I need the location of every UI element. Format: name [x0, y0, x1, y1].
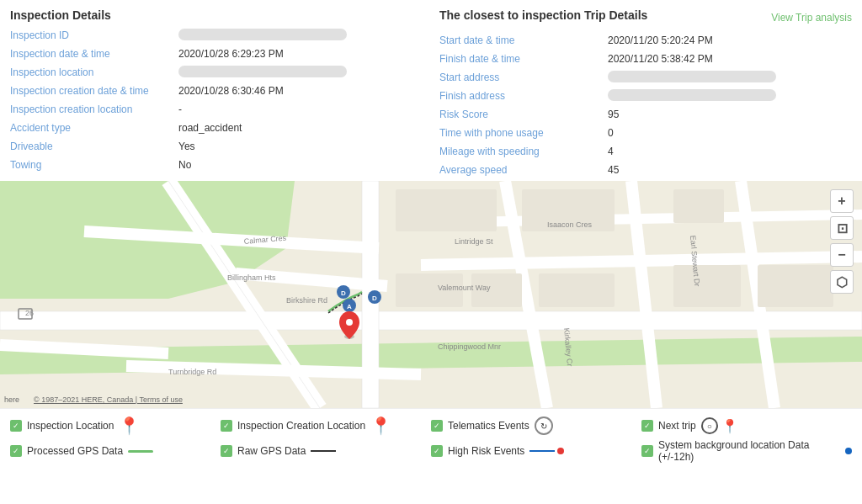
- legend-label: Inspection Creation Location: [237, 420, 365, 432]
- legend-label: Telematics Events: [448, 420, 529, 432]
- blue-dot-icon: [845, 448, 852, 454]
- field-label: Average speed: [439, 164, 608, 176]
- right-panel-title: The closest to inspection Trip Details: [439, 8, 647, 22]
- field-label: Time with phone usage: [439, 127, 608, 139]
- legend-checkbox[interactable]: ✓: [431, 445, 443, 457]
- field-label: Inspection creation location: [10, 103, 178, 115]
- field-value-bar: [608, 71, 776, 82]
- field-value: [178, 29, 423, 43]
- svg-point-43: [346, 319, 353, 326]
- field-value: Yes: [178, 141, 423, 152]
- map-controls[interactable]: + ⊡ − ⬡: [830, 189, 854, 294]
- svg-line-14: [421, 257, 862, 265]
- legend-item: ✓Inspection Creation Location📍: [221, 416, 431, 436]
- field-label: Inspection ID: [10, 29, 178, 41]
- legend-checkbox[interactable]: ✓: [641, 420, 653, 432]
- blue-pin-icon: 📍: [370, 416, 391, 436]
- zoom-out-button[interactable]: −: [830, 243, 854, 267]
- svg-text:Birkshire Rd: Birkshire Rd: [286, 296, 327, 305]
- legend-item: ✓Next trip○📍: [641, 416, 852, 436]
- field-value: 2020/10/28 6:30:46 PM: [178, 85, 423, 97]
- field-row: TowingNo: [10, 157, 423, 173]
- field-row: Start address: [439, 69, 852, 86]
- field-value-bar: [608, 89, 776, 101]
- svg-rect-21: [539, 273, 615, 307]
- trip-details-panel: The closest to inspection Trip Details V…: [439, 8, 852, 174]
- high-risk-icon: [529, 448, 564, 454]
- legend-checkbox[interactable]: ✓: [221, 445, 232, 457]
- legend-item: ✓Inspection Location📍: [10, 416, 221, 436]
- red-pin-icon: 📍: [119, 416, 140, 436]
- field-row: Inspection ID: [10, 27, 423, 44]
- field-label: Inspection location: [10, 66, 178, 78]
- legend-checkbox[interactable]: ✓: [10, 420, 22, 432]
- field-value-bar: [178, 66, 347, 77]
- map-terms[interactable]: © 1987–2021 HERE, Canada | Terms of use: [34, 395, 183, 404]
- field-row: DriveableYes: [10, 138, 423, 155]
- legend-checkbox[interactable]: ✓: [10, 445, 22, 457]
- svg-text:Valemount Way: Valemount Way: [438, 284, 491, 292]
- legend-label: High Risk Events: [448, 445, 524, 457]
- zoom-in-button[interactable]: +: [830, 189, 854, 213]
- svg-rect-16: [396, 189, 497, 231]
- field-value: 2020/10/28 6:29:23 PM: [178, 48, 423, 60]
- field-row: Inspection creation date & time2020/10/2…: [10, 82, 423, 99]
- layers-button[interactable]: ⬡: [830, 270, 854, 294]
- map-container[interactable]: Calmar Cres Billingham Hts Birkshire Rd …: [0, 181, 862, 408]
- fullscreen-button[interactable]: ⊡: [830, 216, 854, 240]
- field-row: Finish address: [439, 88, 852, 104]
- legend-section: ✓Inspection Location📍✓Inspection Creatio…: [0, 408, 862, 473]
- field-row: Time with phone usage0: [439, 125, 852, 141]
- legend-label: Next trip: [658, 420, 696, 432]
- field-label: Finish date & time: [439, 53, 608, 65]
- legend-item: ✓Raw GPS Data: [221, 439, 431, 463]
- view-trip-analysis-link[interactable]: View Trip analysis: [771, 12, 852, 24]
- field-value: 0: [608, 127, 852, 139]
- field-value: 4: [608, 146, 852, 157]
- field-value: 95: [608, 109, 852, 120]
- blue-line-icon: [529, 450, 555, 452]
- svg-text:Lintridge St: Lintridge St: [455, 237, 493, 246]
- legend-checkbox[interactable]: ✓: [221, 420, 232, 432]
- field-value: [178, 66, 423, 80]
- legend-item: ✓Processed GPS Data: [10, 439, 221, 463]
- field-label: Driveable: [10, 141, 178, 152]
- field-row: Inspection date & time2020/10/28 6:29:23…: [10, 45, 423, 62]
- field-value: -: [178, 103, 423, 115]
- field-label: Inspection date & time: [10, 48, 178, 60]
- field-value: [608, 71, 852, 85]
- field-label: Start address: [439, 72, 608, 83]
- field-row: Accident typeroad_accident: [10, 119, 423, 136]
- here-logo: here: [4, 395, 19, 404]
- svg-text:Isaacon Cres: Isaacon Cres: [547, 220, 593, 229]
- field-label: Mileage with speeding: [439, 146, 608, 157]
- svg-rect-22: [673, 265, 741, 307]
- legend-checkbox[interactable]: ✓: [641, 445, 653, 457]
- left-panel-title: Inspection Details: [10, 8, 423, 22]
- legend-item: ✓Telematics Events↻: [431, 416, 641, 436]
- svg-text:D: D: [341, 289, 346, 297]
- field-row: Finish date & time2020/11/20 5:38:42 PM: [439, 50, 852, 67]
- svg-rect-23: [758, 265, 833, 307]
- svg-text:D: D: [372, 294, 377, 302]
- svg-text:Chippingwood Mnr: Chippingwood Mnr: [438, 342, 501, 351]
- legend-label: System background location Data (+/-12h): [658, 439, 840, 463]
- svg-text:Billingham Hts: Billingham Hts: [227, 273, 276, 282]
- next-trip-icons: ○📍: [701, 417, 738, 434]
- telematics-icon: ↻: [535, 416, 553, 435]
- field-value: [608, 89, 852, 103]
- svg-text:A: A: [347, 303, 352, 310]
- field-label: Inspection creation date & time: [10, 85, 178, 97]
- field-row: Inspection creation location-: [10, 101, 423, 118]
- map-svg: Calmar Cres Billingham Hts Birkshire Rd …: [0, 181, 862, 408]
- field-row: Inspection location: [10, 64, 423, 81]
- field-value: No: [178, 159, 423, 171]
- legend-label: Raw GPS Data: [237, 445, 306, 457]
- field-label: Finish address: [439, 90, 608, 102]
- field-value-bar: [178, 29, 347, 40]
- black-line-icon: [311, 450, 336, 452]
- inspection-details-panel: Inspection Details Inspection IDInspecti…: [10, 8, 423, 174]
- field-label: Accident type: [10, 122, 178, 134]
- legend-checkbox[interactable]: ✓: [431, 420, 443, 432]
- svg-text:Turnbridge Rd: Turnbridge Rd: [168, 368, 216, 376]
